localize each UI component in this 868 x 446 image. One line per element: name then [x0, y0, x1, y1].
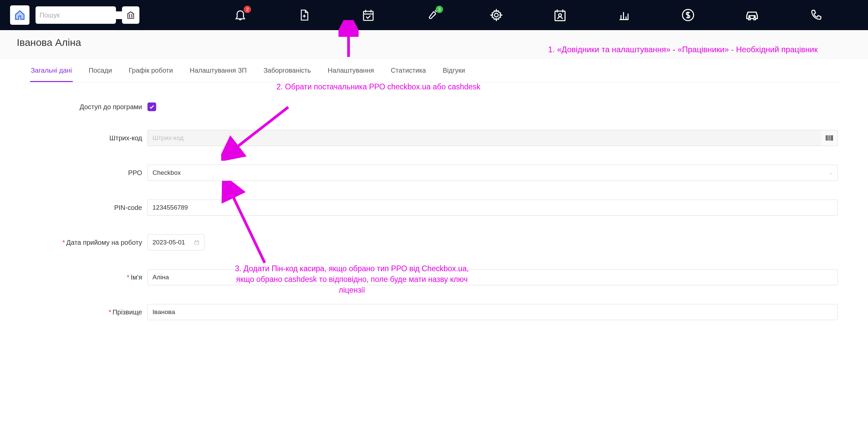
sub-header: Іванова Аліна 1. «Довідники та налаштува…: [0, 30, 868, 59]
document-plus-icon: [298, 9, 310, 21]
calendar-person-icon: [553, 8, 567, 22]
repair-badge: 3: [436, 6, 443, 13]
hire-date-input[interactable]: 2023-05-01: [148, 234, 205, 250]
label-first-name: *Ім'я: [30, 274, 148, 281]
svg-rect-27: [195, 241, 199, 244]
label-last-name: *Прізвище: [30, 308, 148, 316]
row-barcode: Штрих-код Штрих-код: [30, 130, 838, 146]
label-hire-date: *Дата прийому на роботу: [30, 239, 148, 246]
row-hire-date: *Дата прийому на роботу 2023-05-01: [30, 234, 838, 250]
label-rro: РРО: [30, 169, 148, 177]
settings-button[interactable]: [489, 8, 504, 23]
rro-value: Checkbox: [153, 169, 181, 176]
bank-button[interactable]: [122, 6, 140, 24]
row-access: Доступ до програми: [30, 102, 838, 111]
search-input[interactable]: [39, 11, 124, 19]
notifications-button[interactable]: 2: [233, 8, 248, 23]
home-button[interactable]: [10, 5, 30, 25]
access-checkbox[interactable]: [148, 102, 156, 111]
calendar-check-icon: [362, 9, 375, 22]
label-access: Доступ до програми: [30, 103, 148, 111]
phone-icon: [810, 9, 823, 22]
stats-button[interactable]: [617, 8, 631, 23]
money-button[interactable]: [681, 8, 695, 23]
svg-rect-2: [364, 11, 373, 21]
bars-icon: [618, 9, 630, 21]
last-name-input[interactable]: Іванова: [148, 304, 838, 320]
label-pin: PIN-code: [30, 204, 148, 212]
hire-date-value: 2023-05-01: [153, 239, 185, 246]
home-icon: [14, 9, 26, 21]
notifications-badge: 2: [244, 6, 251, 13]
checkmark-icon: [149, 104, 155, 109]
gear-icon: [490, 9, 503, 22]
tab-positions[interactable]: Посади: [88, 59, 113, 82]
svg-rect-7: [555, 11, 565, 21]
pin-input[interactable]: 1234556789: [148, 200, 838, 216]
annotation-1: 1. «Довідники та налаштування» - «Праців…: [17, 45, 851, 56]
row-rro: РРО Checkbox ⌄: [30, 165, 838, 181]
rro-select[interactable]: Checkbox ⌄: [148, 165, 838, 181]
tab-general[interactable]: Загальні дані: [30, 59, 73, 82]
row-last-name: *Прізвище Іванова: [30, 304, 838, 320]
employees-button[interactable]: [553, 8, 567, 23]
form-area: 2. Обрати постачальника РРО checkbox.ua …: [0, 82, 868, 320]
phone-button[interactable]: [809, 8, 824, 23]
tab-schedule[interactable]: Графік роботи: [128, 59, 174, 82]
row-pin: PIN-code 1234556789: [30, 200, 838, 216]
tab-settings[interactable]: Налаштування: [327, 59, 375, 82]
dollar-circle-icon: [681, 8, 695, 22]
label-barcode: Штрих-код: [30, 134, 148, 142]
svg-point-18: [754, 16, 755, 18]
barcode-icon: [826, 135, 834, 141]
tabs-container: Загальні дані Посади Графік роботи Налаш…: [0, 59, 868, 82]
annotation-3: 3. Додати Пін-код касира, якщо обрано ти…: [235, 263, 469, 296]
car-button[interactable]: [745, 8, 760, 23]
top-navbar: 2 3: [0, 0, 868, 30]
topbar-icons-group: 2 3: [198, 8, 858, 23]
tab-reviews[interactable]: Відгуки: [442, 59, 466, 82]
new-document-button[interactable]: [297, 8, 312, 23]
car-icon: [745, 8, 759, 22]
tab-statistics[interactable]: Статистика: [390, 59, 427, 82]
repair-button[interactable]: 3: [425, 8, 440, 23]
svg-point-6: [494, 13, 498, 17]
tab-debt[interactable]: Заборгованість: [263, 59, 311, 82]
calendar-check-button[interactable]: [361, 8, 376, 23]
calendar-icon: [194, 240, 199, 245]
chevron-down-icon: ⌄: [829, 170, 833, 175]
barcode-scan-button[interactable]: [821, 130, 838, 146]
tabs: Загальні дані Посади Графік роботи Налаш…: [30, 59, 838, 82]
tab-salary-settings[interactable]: Налаштування ЗП: [189, 59, 247, 82]
annotation-2: 2. Обрати постачальника РРО checkbox.ua …: [277, 82, 480, 92]
svg-point-17: [749, 16, 750, 18]
barcode-input[interactable]: Штрих-код: [148, 130, 821, 146]
svg-point-10: [559, 14, 561, 16]
search-box[interactable]: [35, 6, 116, 24]
bank-icon: [126, 11, 135, 20]
